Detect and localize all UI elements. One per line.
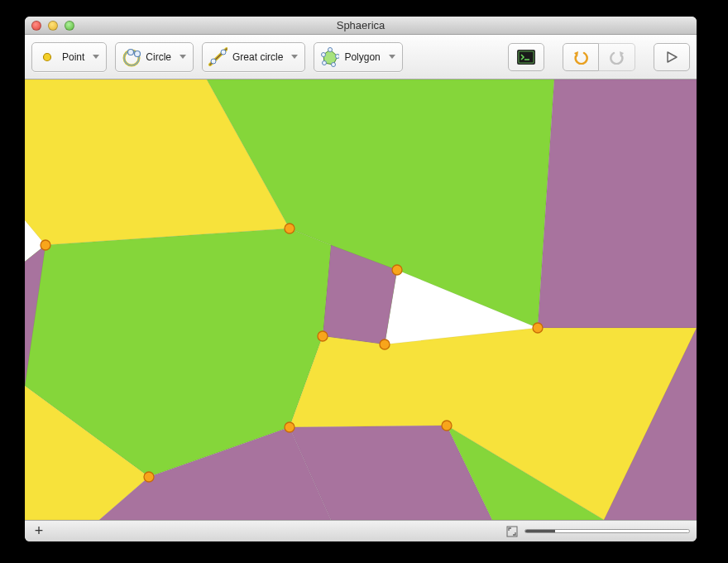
chevron-down-icon (180, 55, 186, 59)
great-circle-tool-label: Great circle (232, 51, 283, 63)
chevron-down-icon (389, 55, 395, 59)
circle-icon (121, 47, 141, 67)
zoom-slider[interactable] (524, 529, 690, 533)
slider-track[interactable] (524, 529, 690, 533)
statusbar: + (25, 520, 697, 541)
terminal-button[interactable] (508, 43, 544, 71)
svg-marker-20 (668, 52, 677, 62)
svg-point-7 (211, 59, 216, 64)
svg-point-10 (328, 47, 333, 51)
add-tab-button[interactable]: + (31, 524, 46, 539)
point-tool-button[interactable]: Point (31, 42, 107, 72)
canvas-point[interactable] (442, 421, 452, 431)
app-window: Sphaerica Point Circle (25, 17, 697, 541)
redo-button[interactable] (599, 43, 635, 71)
titlebar[interactable]: Sphaerica (25, 17, 697, 35)
canvas-point[interactable] (318, 331, 328, 341)
point-tool-label: Point (62, 51, 84, 63)
drawing-canvas[interactable] (25, 79, 697, 520)
canvas-polygon[interactable] (538, 79, 697, 328)
play-icon (665, 51, 678, 64)
canvas-point[interactable] (285, 224, 295, 233)
svg-point-14 (322, 52, 326, 56)
undo-icon (572, 50, 589, 65)
great-circle-tool-button[interactable]: Great circle (202, 42, 305, 72)
svg-point-11 (336, 54, 340, 58)
polygon-tool-button[interactable]: Polygon (314, 42, 402, 72)
svg-rect-16 (519, 51, 534, 63)
chevron-down-icon (93, 55, 99, 59)
svg-point-4 (135, 51, 141, 56)
window-controls (25, 21, 74, 31)
window-title: Sphaerica (25, 19, 697, 31)
canvas-point[interactable] (144, 472, 154, 482)
circle-tool-label: Circle (146, 51, 171, 63)
canvas-point[interactable] (533, 323, 543, 333)
point-icon (37, 47, 57, 67)
zoom-icon[interactable] (65, 21, 74, 31)
polygon-tool-label: Polygon (344, 51, 380, 63)
close-icon[interactable] (31, 21, 41, 31)
toolbar: Point Circle (25, 35, 697, 79)
fullscreen-icon[interactable] (506, 526, 518, 537)
undo-redo-group (563, 43, 635, 71)
canvas-point[interactable] (392, 265, 402, 275)
svg-point-12 (332, 62, 336, 66)
great-circle-icon (208, 47, 228, 67)
minimize-icon[interactable] (48, 21, 58, 31)
circle-tool-button[interactable]: Circle (115, 42, 194, 72)
terminal-icon (517, 50, 535, 65)
undo-button[interactable] (563, 43, 599, 71)
canvas-svg[interactable] (25, 79, 697, 520)
play-button[interactable] (654, 43, 690, 71)
canvas-point[interactable] (285, 422, 295, 432)
svg-point-0 (44, 53, 51, 60)
slider-fill (525, 530, 555, 532)
canvas-point[interactable] (41, 240, 50, 250)
redo-icon (609, 50, 625, 65)
polygon-icon (319, 47, 339, 67)
chevron-down-icon (291, 55, 298, 59)
svg-point-13 (323, 60, 327, 65)
canvas-point[interactable] (380, 339, 390, 349)
svg-point-3 (128, 49, 134, 55)
svg-point-8 (221, 50, 226, 55)
